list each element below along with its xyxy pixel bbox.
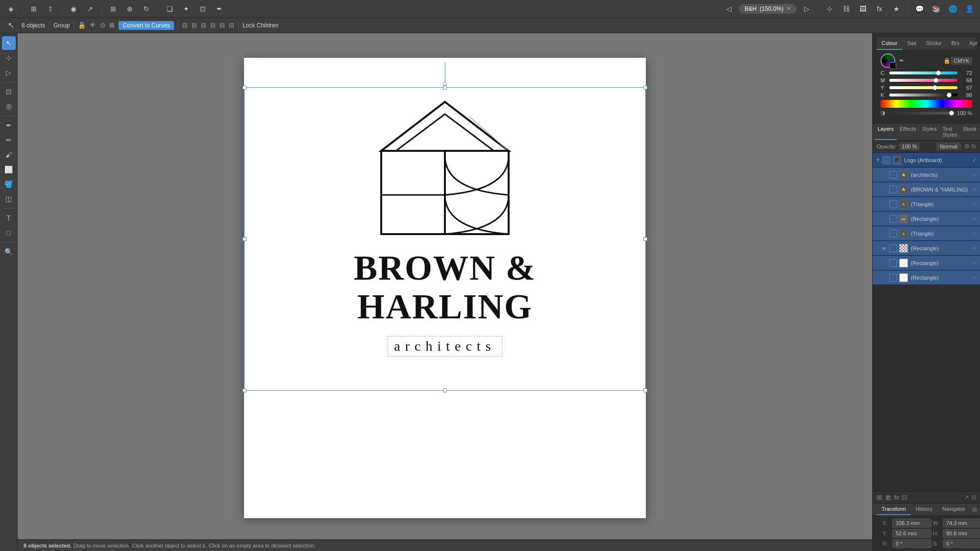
gradient-tool[interactable]: ◫ (2, 192, 16, 206)
handle-bm[interactable] (443, 388, 447, 392)
tab-layers[interactable]: Layers (875, 123, 897, 140)
layer-vis-rect2[interactable] (889, 259, 897, 267)
colour-mode-button[interactable]: CMYK (951, 57, 972, 65)
tab-effects[interactable]: Effects (897, 123, 919, 140)
pointer-tool[interactable]: ↖ (2, 36, 16, 50)
layer-triangle-2[interactable]: ▲ (Triangle) ✓ (873, 226, 980, 241)
transform2-icon[interactable]: ✦ (179, 2, 193, 16)
layer-vis-tri2[interactable] (889, 230, 897, 238)
align-top-icon[interactable]: ⊟ (210, 22, 216, 29)
view-tool[interactable]: 🔍 (2, 245, 16, 259)
align-bottom-icon[interactable]: ⊟ (229, 22, 234, 29)
align-left-icon[interactable]: ⊟ (182, 22, 188, 29)
corner-tool[interactable]: ▷ (2, 66, 16, 79)
layer-expand-icon[interactable]: ▼ (876, 157, 882, 163)
tab-navigator[interactable]: Navigator (937, 503, 970, 515)
layer-rect-group[interactable]: ▶ □ (Rectangle) ✓ (873, 241, 980, 256)
c-slider[interactable] (889, 72, 957, 74)
fill-tool[interactable]: ◎ (2, 99, 16, 113)
layer-vis-rectg[interactable] (889, 244, 897, 252)
tab-apr[interactable]: Apr (964, 37, 980, 50)
layer-check-bh[interactable]: ✓ (972, 186, 977, 193)
opacity-thumb[interactable] (949, 111, 954, 116)
arrange-icon[interactable]: ❑ (163, 2, 176, 16)
browser-icon[interactable]: 🌐 (946, 2, 959, 16)
layer-rect-2[interactable]: □ (Rectangle) ✓ (873, 256, 980, 270)
zoom-pill[interactable]: B&H (150.0%) ✕ (739, 4, 797, 14)
link-icon[interactable]: ⛓ (839, 2, 853, 16)
layer-triangle-1[interactable]: ▲ (Triangle) ✓ (873, 197, 980, 212)
move-up-icon[interactable]: fx (894, 494, 899, 501)
erase-tool[interactable]: ⬜ (2, 163, 16, 176)
tab-styles[interactable]: Styles (919, 123, 939, 140)
layer-check-rectg[interactable]: ✓ (972, 245, 977, 252)
align-middle-icon[interactable]: ⊟ (220, 22, 225, 29)
comment-icon[interactable]: 💬 (912, 2, 926, 16)
share-icon[interactable]: ⇧ (44, 2, 57, 16)
layer-brown-harling[interactable]: A (BROWN & *HARLING) ✓ (873, 182, 980, 197)
x-input[interactable]: 106.3 mm (892, 519, 931, 527)
shape-tool[interactable]: □ (2, 226, 16, 240)
crop-tool[interactable]: ⊡ (2, 85, 16, 98)
rotate-icon[interactable]: ↻ (140, 2, 153, 16)
rotation-handle[interactable] (443, 62, 447, 86)
layer-architects[interactable]: A (architects) ✓ (873, 168, 980, 182)
k-thumb[interactable] (947, 93, 952, 97)
y-thumb[interactable] (932, 85, 937, 90)
tab-swt[interactable]: Swt (902, 37, 921, 50)
colour-picker-icon[interactable]: ✒ (899, 57, 904, 64)
colour-gradient-bar[interactable] (881, 100, 972, 108)
k-slider[interactable] (889, 94, 957, 96)
snapping-icon[interactable]: ⊕ (123, 2, 137, 16)
y-input[interactable]: 52.6 mm (892, 529, 931, 538)
pen-tool[interactable]: ✒ (2, 119, 16, 132)
layer-check-tri1[interactable]: ✓ (972, 201, 977, 208)
layer-check-rect3[interactable]: ✓ (972, 274, 977, 281)
select-tool-icon[interactable]: ↖ (4, 19, 18, 32)
brush-tool[interactable]: 🖌 (2, 148, 16, 162)
library-icon[interactable]: 📚 (929, 2, 943, 16)
convert-to-curves-button[interactable]: Convert to Curves (119, 21, 174, 30)
layers-opacity-value[interactable]: 100 % (899, 143, 919, 150)
layer-vis-tri1[interactable] (889, 200, 897, 208)
s-input[interactable]: 0 ° (943, 539, 980, 548)
layer-vis-rect1[interactable] (889, 215, 897, 223)
tab-brs[interactable]: Brs (947, 37, 965, 50)
layer-vis-rect3[interactable] (889, 274, 897, 282)
add-layer-icon[interactable]: ⊞ (877, 494, 882, 501)
m-slider[interactable] (889, 79, 957, 82)
grid-icon[interactable]: ⊞ (106, 2, 120, 16)
star-icon[interactable]: ★ (889, 2, 903, 16)
r-input[interactable]: 0 ° (892, 539, 931, 548)
pen-icon[interactable]: ✒ (213, 2, 226, 16)
layer-check-artboard[interactable]: ✓ (972, 157, 977, 164)
user-icon[interactable]: 👤 (962, 2, 976, 16)
y-slider[interactable] (889, 86, 957, 89)
w-input[interactable]: 74.3 mm (943, 519, 980, 527)
image-icon[interactable]: 🖼 (856, 2, 870, 16)
delete-layer-icon[interactable]: 🗑 (885, 494, 891, 501)
layer-check-rect2[interactable]: ✓ (972, 260, 977, 266)
export-icon[interactable]: ↗ (83, 2, 97, 16)
handle-tm[interactable] (443, 86, 447, 90)
tab-stock[interactable]: Stock (960, 123, 980, 140)
zoom-prev-icon[interactable]: ◁ (722, 2, 736, 16)
ungroup-icon[interactable]: ⊞ (109, 22, 115, 29)
layer-rect-3[interactable]: □ (Rectangle) ✓ (873, 270, 980, 285)
text-tool[interactable]: T (2, 211, 16, 225)
layers-export-icon[interactable]: ↗ (964, 494, 969, 501)
bottom-icon-1[interactable]: ⊞ (970, 503, 979, 515)
align-right-icon[interactable]: ⊟ (201, 22, 206, 29)
lock-icon[interactable]: 🔒 (943, 57, 951, 64)
layer-vis-artboard[interactable] (882, 156, 890, 164)
crop-icon[interactable]: ⊡ (196, 2, 210, 16)
layer-rect-1[interactable]: ▬ (Rectangle) ✓ (873, 212, 980, 226)
tab-text-styles[interactable]: Text Styles (939, 123, 960, 140)
tab-stroke[interactable]: Stroke (921, 37, 947, 50)
c-thumb[interactable] (936, 71, 941, 75)
app-logo-icon[interactable]: ◈ (4, 2, 18, 16)
m-thumb[interactable] (933, 78, 938, 83)
align-center-icon[interactable]: ⊟ (192, 22, 197, 29)
place-icon[interactable]: ◉ (67, 2, 80, 16)
layers-blend-mode[interactable]: Normal (936, 143, 961, 150)
